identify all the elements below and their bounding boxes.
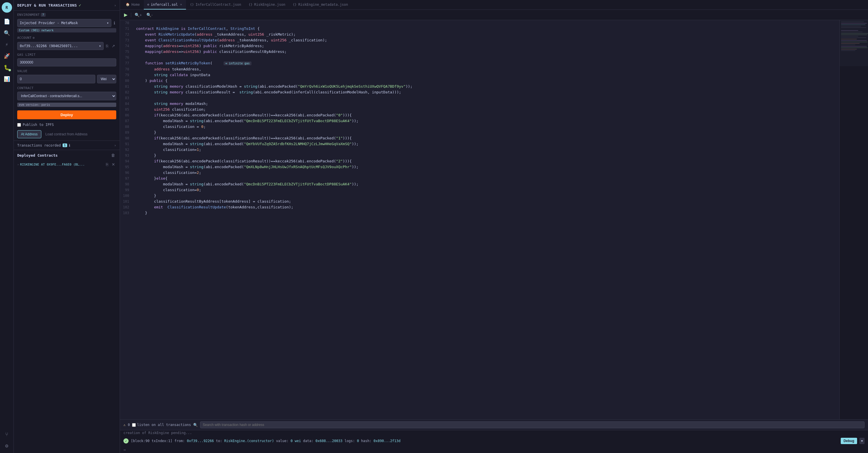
- code-line-81: 81 string memory classificationModelHash…: [120, 84, 839, 89]
- tx-search-input[interactable]: [200, 421, 865, 428]
- account-select[interactable]: 0xf39...92266 (9046256971... ▾: [17, 42, 104, 50]
- code-line-76: 76: [120, 55, 839, 60]
- activity-plugins[interactable]: ⚡: [2, 39, 12, 50]
- code-line-95: 95 modalHash = string(abi.encodePacked("…: [120, 164, 839, 170]
- contract-select[interactable]: InferCallContract - contracts/infercall.…: [17, 92, 116, 100]
- tab-riskengine-meta[interactable]: {} RiskEngine_metadata.json: [289, 0, 352, 9]
- account-settings-icon: ⚙: [33, 36, 35, 40]
- activity-settings[interactable]: ⚙: [2, 441, 12, 451]
- code-line-85: 85 uint256 classification;: [120, 107, 839, 112]
- publish-ipfs-row: Publish to IPFS: [17, 123, 116, 127]
- deployed-item: › RISKENGINE AT 0X9FE...FA6E0 (BL... ⎘ ✕: [17, 161, 116, 168]
- code-line-88: 88 classification = 0;: [120, 124, 839, 130]
- listen-checkbox-input[interactable]: [132, 423, 136, 427]
- copy-contract-btn[interactable]: ⎘: [105, 162, 110, 167]
- at-address-row: At Address Load contract from Address: [17, 130, 116, 138]
- expand-btn[interactable]: ▾: [859, 438, 865, 444]
- json-icon-3: {}: [293, 3, 297, 6]
- sol-icon: ◇: [147, 3, 149, 6]
- deployed-title: Deployed Contracts: [17, 153, 58, 158]
- item-chevron-icon[interactable]: ›: [17, 163, 19, 166]
- remove-contract-btn[interactable]: ✕: [111, 162, 116, 167]
- gas-limit-label: GAS LIMIT: [14, 51, 120, 57]
- publish-ipfs-checkbox[interactable]: [17, 123, 21, 127]
- code-line-92: 92 classification=1;: [120, 147, 839, 152]
- code-line-103: 103 }: [120, 210, 839, 216]
- listen-checkbox: listen on all transactions: [132, 423, 191, 427]
- deployed-contract-label: RISKENGINE AT 0X9FE...FA6E0 (BL...: [20, 163, 104, 166]
- env-info-btn[interactable]: ℹ: [113, 20, 116, 26]
- code-editor[interactable]: 70 71 contract RiskEngine is InferCallCo…: [120, 20, 839, 419]
- tx-info-icon: ℹ: [69, 143, 70, 147]
- tab-close-infercall[interactable]: ✕: [179, 2, 183, 7]
- activity-deploy[interactable]: 🚀: [2, 51, 12, 61]
- deploy-button[interactable]: Deploy: [17, 110, 116, 119]
- collapse-icon[interactable]: ›: [114, 3, 116, 7]
- run-button[interactable]: ▶: [122, 11, 129, 19]
- tx-expand-icon[interactable]: ›: [114, 143, 116, 147]
- evm-badge: evm version: paris: [17, 103, 116, 107]
- code-line-84: 84 string memory modalHash;: [120, 101, 839, 107]
- main-area: 🏠 Home ◇ infercall.sol ✕ {} InferCallCon…: [120, 0, 868, 453]
- pending-text: creation of RiskEngine pending...: [120, 430, 868, 435]
- activity-git[interactable]: ⑂: [2, 429, 12, 439]
- account-label: ACCOUNT ⚙: [14, 34, 120, 41]
- open-address-btn[interactable]: ↗: [111, 43, 116, 49]
- deploy-panel: DEPLOY & RUN TRANSACTIONS ✓ › ENVIRONMEN…: [14, 0, 120, 453]
- value-input[interactable]: [17, 75, 95, 83]
- code-line-80: 80 ) public {: [120, 78, 839, 84]
- tx-log-row: ✓ [block:90 txIndex:1] from: 0xf39...922…: [120, 435, 868, 446]
- clear-deployed-btn[interactable]: 🗑: [110, 152, 116, 158]
- code-line-71: 71 contract RiskEngine is InferCallContr…: [120, 26, 839, 32]
- tab-bar: 🏠 Home ◇ infercall.sol ✕ {} InferCallCon…: [120, 0, 868, 10]
- code-line-75: 75 mapping(address=>uint256) public clas…: [120, 49, 839, 55]
- warning-icon: ⚠: [123, 423, 125, 427]
- copy-address-btn[interactable]: ⎘: [105, 43, 110, 49]
- json-icon-1: {}: [190, 3, 194, 6]
- zoom-out-btn[interactable]: 🔍-: [145, 11, 154, 19]
- debug-button[interactable]: Debug: [841, 438, 857, 444]
- tx-count-badge: 1: [63, 143, 67, 147]
- code-line-83: 83: [120, 95, 839, 101]
- code-area: 70 71 contract RiskEngine is InferCallCo…: [120, 20, 868, 419]
- deployed-header: Deployed Contracts 🗑: [17, 152, 116, 158]
- code-line-86: 86 if(keccak256(abi.encodePacked(classif…: [120, 112, 839, 118]
- value-label: VALUE: [14, 67, 120, 74]
- tx-count: 0: [128, 423, 130, 427]
- activity-bar: R 📄 🔍 ⚡ 🚀 🐛 📊 ⑂ ⚙: [0, 0, 14, 453]
- json-icon-2: {}: [249, 3, 252, 6]
- load-contract-button[interactable]: Load contract from Address: [43, 130, 116, 138]
- network-badge: Custom (901) network: [17, 28, 116, 32]
- at-address-button[interactable]: At Address: [17, 130, 41, 138]
- activity-analytics[interactable]: 📊: [2, 74, 12, 84]
- activity-files[interactable]: 📄: [2, 16, 12, 26]
- panel-header: DEPLOY & RUN TRANSACTIONS ✓ ›: [14, 0, 120, 11]
- arrow-prompt: →: [120, 446, 868, 453]
- remix-logo: R: [2, 2, 12, 12]
- gas-limit-input[interactable]: [17, 58, 116, 66]
- unit-select[interactable]: Wei Gwei Ether: [97, 75, 116, 83]
- tab-infercallcontract[interactable]: {} InferCallContract.json: [187, 0, 245, 9]
- code-line-78: 78 address tokenAddress,: [120, 66, 839, 72]
- transactions-row[interactable]: Transactions recorded 1 ℹ ›: [14, 141, 120, 150]
- chevron-down-icon: ▾: [99, 44, 101, 48]
- code-line-79: 79 string calldata inputData: [120, 72, 839, 78]
- tx-log-text: [block:90 txIndex:1] from: 0xf39...92266…: [131, 439, 838, 443]
- check-icon: ✓: [79, 3, 81, 7]
- tab-infercall[interactable]: ◇ infercall.sol ✕: [144, 0, 186, 9]
- success-icon: ✓: [123, 438, 129, 444]
- tab-riskengine[interactable]: {} RiskEngine.json: [245, 0, 289, 9]
- tab-home[interactable]: 🏠 Home: [122, 0, 143, 9]
- code-line-97: 97 }else{: [120, 176, 839, 181]
- zoom-in-btn[interactable]: 🔍+: [133, 11, 144, 19]
- contract-label: CONTRACT: [14, 85, 120, 90]
- code-line-101: 101 classificationResultByAddress[tokenA…: [120, 199, 839, 204]
- code-line-93: 93 }: [120, 152, 839, 159]
- environment-select[interactable]: Injected Provider - MetaMask ▾: [17, 19, 112, 27]
- code-line-89: 89 }: [120, 130, 839, 135]
- toolbar-separator: [131, 12, 131, 17]
- search-icon: 🔍: [193, 423, 198, 427]
- activity-debug[interactable]: 🐛: [2, 62, 12, 73]
- activity-search[interactable]: 🔍: [2, 28, 12, 38]
- bottom-panel: ⚠ 0 listen on all transactions 🔍 creatio…: [120, 419, 868, 453]
